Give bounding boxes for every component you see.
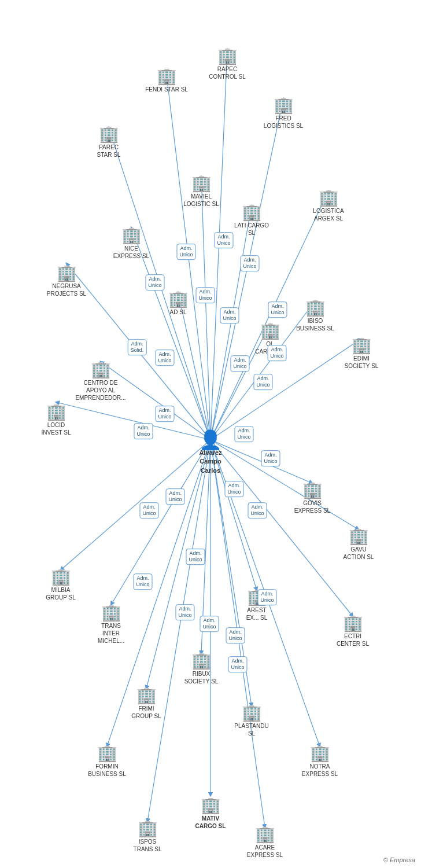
center-person-icon: 👤: [199, 429, 222, 451]
locid-icon: 🏢: [46, 402, 67, 421]
adm-badge-21: Adm.Unico: [133, 573, 152, 590]
acare-label: ACAREEXPRESS SL: [247, 844, 283, 859]
adm-badge-24: Adm.Unico: [200, 616, 219, 632]
plastandu-icon: 🏢: [242, 703, 262, 722]
formin-label: FORMINBUSINESS SL: [88, 763, 126, 778]
logistica-label: LOGISTICAARGEX SL: [313, 207, 344, 222]
ol-icon: 🏢: [260, 321, 280, 340]
svg-line-24: [107, 440, 211, 746]
ibiso-label: IBISOBUSINESS SL: [296, 317, 334, 332]
adm-badge-2: Adm.Unico: [214, 232, 233, 248]
adm-badge-13: Adm.Unico: [155, 406, 174, 422]
negrusa-label: NEGRUSAPROJECTS SL: [47, 282, 86, 297]
adm-badge-4: Adm.Unico: [145, 274, 164, 290]
notra-icon: 🏢: [310, 744, 330, 763]
govis-icon: 🏢: [302, 480, 323, 499]
copyright-text: © Empresa: [383, 856, 415, 863]
ectri-icon: 🏢: [343, 613, 363, 632]
gavu-label: GAVUACTION SL: [344, 546, 374, 561]
ispos-icon: 🏢: [138, 819, 158, 838]
fred-label: FREDLOGISTICS SL: [264, 115, 303, 130]
maviel-label: MAVIELLOGISTIC SL: [183, 193, 219, 208]
edimi-label: EDIMISOCIETY SL: [345, 355, 379, 370]
milbia-label: MILBIAGROUP SL: [46, 586, 76, 601]
adm-badge-1: Adm.Unico: [176, 244, 195, 260]
logistica-icon: 🏢: [319, 188, 339, 207]
adm-badge-9: Adm.Unico: [155, 350, 174, 366]
center-person-label: AlvarezCampoCarlos: [199, 448, 221, 475]
negrusa-icon: 🏢: [57, 263, 77, 282]
fendi-star-icon: 🏢: [157, 67, 177, 86]
milbia-icon: 🏢: [51, 567, 71, 586]
notra-label: NOTRAEXPRESS SL: [302, 763, 338, 778]
adm-badge-23: Adm.Unico: [175, 604, 194, 620]
adm-badge-26: Adm.Unico: [186, 549, 205, 565]
adm-badge-14: Adm.Unico: [134, 423, 153, 439]
gavu-icon: 🏢: [349, 527, 369, 546]
ispos-label: ISPOSTRANS SL: [134, 838, 162, 853]
edimi-icon: 🏢: [352, 336, 372, 355]
trans-inter-icon: 🏢: [101, 603, 121, 622]
adm-badge-17: Adm.Unico: [165, 488, 184, 505]
ad-label: AD SL: [170, 308, 187, 316]
rapec-label: RAPECCONTROL SL: [209, 65, 246, 80]
adm-badge-12: Adm.Unico: [253, 374, 272, 390]
acare-icon: 🏢: [255, 825, 275, 844]
svg-line-18: [111, 440, 211, 605]
adm-badge-27: Adm.Unico: [228, 656, 247, 672]
govis-label: GOVISEXPRESS SL: [294, 499, 330, 514]
nice-label: NICEEXPRESS SL: [113, 245, 149, 260]
plastandu-label: PLASTANDUSL: [234, 722, 268, 737]
adm-badge-7: Adm.Unico: [268, 301, 287, 318]
nice-icon: 🏢: [121, 226, 142, 245]
ibiso-icon: 🏢: [305, 298, 326, 317]
mativ-label: MATIVCARGO SL: [195, 815, 226, 830]
ribux-label: RIBUXSOCIETY SL: [184, 670, 219, 685]
frimi-label: FRIMIGROUP SL: [131, 705, 161, 720]
adm-badge-20: Adm.Unico: [248, 502, 267, 518]
frimi-icon: 🏢: [136, 686, 157, 705]
adm-badge-11: Adm.Unico: [230, 355, 249, 372]
lati-label: LATI CARGOSL: [234, 222, 269, 237]
lati-icon: 🏢: [242, 203, 262, 222]
ectri-label: ECTRICENTER SL: [337, 632, 369, 648]
adm-badge-16: Adm.Unico: [261, 450, 280, 466]
adm-badge-5: Adm.Unico: [195, 287, 215, 303]
adm-badge-8: Adm.Solid.: [128, 339, 147, 355]
maviel-icon: 🏢: [191, 174, 212, 193]
formin-icon: 🏢: [97, 744, 117, 763]
centro-label: CENTRO DEAPOYO ALEMPRENDEDOR...: [63, 379, 138, 402]
adm-badge-6: Adm.Unico: [220, 307, 239, 323]
adm-badge-15: Adm.Unico: [234, 426, 253, 442]
adm-badge-3: Adm.Unico: [240, 255, 259, 271]
centro-icon: 🏢: [91, 360, 111, 379]
arest-label: ARESTEX... SL: [246, 606, 268, 621]
adm-badge-18: Adm.Unico: [139, 502, 158, 518]
fendi-star-label: FENDI STAR SL: [145, 86, 188, 93]
rapec-icon: 🏢: [217, 46, 238, 65]
ad-icon: 🏢: [168, 289, 189, 308]
adm-badge-22: Adm.Unico: [257, 589, 276, 605]
trans-inter-label: TRANSINTERMICHEL...: [98, 622, 124, 645]
ribux-icon: 🏢: [191, 651, 212, 670]
fred-icon: 🏢: [274, 95, 294, 115]
parec-icon: 🏢: [99, 124, 119, 144]
adm-badge-25: Adm.Unico: [226, 627, 245, 643]
adm-badge-10: Adm.Unico: [267, 345, 286, 361]
adm-badge-19: Adm.Unico: [224, 481, 243, 497]
locid-label: LOCIDINVEST SL: [42, 421, 71, 436]
mativ-icon: 🏢: [201, 796, 221, 815]
parec-label: PARECSTAR SL: [97, 144, 121, 159]
